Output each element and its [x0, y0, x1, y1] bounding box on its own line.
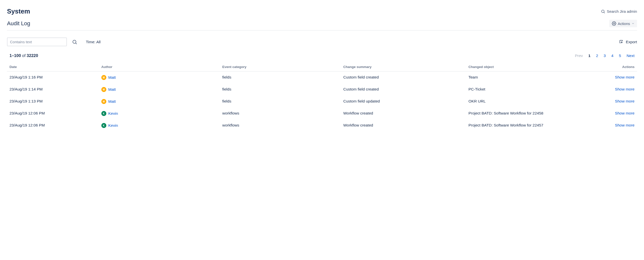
gear-icon	[612, 21, 616, 26]
export-icon	[619, 40, 624, 44]
cell-author: KKevin	[99, 119, 220, 132]
cell-date: 23/Aug/19 1:13 PM	[7, 95, 99, 107]
pager-page-4[interactable]: 4	[611, 54, 614, 58]
avatar: K	[101, 111, 106, 116]
audit-log-table: Date Author Event category Change summar…	[7, 63, 637, 132]
time-filter[interactable]: Time: All	[82, 40, 100, 44]
cell-date: 23/Aug/19 12:06 PM	[7, 119, 99, 132]
cell-category: fields	[220, 83, 341, 95]
table-row: 23/Aug/19 12:06 PMKKevinworkflowsWorkflo…	[7, 107, 637, 119]
cell-summary: Custom field created	[341, 83, 466, 95]
search-icon	[72, 39, 78, 45]
pager-page-2[interactable]: 2	[596, 54, 598, 58]
author-link[interactable]: Kevin	[108, 111, 118, 116]
cell-summary: Workflow created	[341, 119, 466, 132]
results-range: 1–100	[10, 53, 21, 58]
cell-category: workflows	[220, 119, 341, 132]
cell-actions: Show more	[587, 107, 637, 119]
author-link[interactable]: Kevin	[108, 123, 118, 128]
col-category: Event category	[220, 63, 341, 71]
cell-summary: Workflow created	[341, 107, 466, 119]
cell-summary: Custom field updated	[341, 95, 466, 107]
cell-date: 23/Aug/19 1:16 PM	[7, 71, 99, 84]
avatar: M	[101, 87, 106, 92]
col-summary: Change summary	[341, 63, 466, 71]
cell-actions: Show more	[587, 119, 637, 132]
table-row: 23/Aug/19 1:16 PMMMattfieldsCustom field…	[7, 71, 637, 84]
cell-object: Team	[466, 71, 587, 84]
cell-object: Project BATD: Software Workflow for 2245…	[466, 107, 587, 119]
pager-next[interactable]: Next	[626, 54, 634, 58]
col-date: Date	[7, 63, 99, 71]
show-more-link[interactable]: Show more	[615, 123, 634, 127]
actions-dropdown[interactable]: Actions	[609, 20, 637, 27]
export-button[interactable]: Export	[619, 40, 637, 44]
pager-page-3[interactable]: 3	[604, 54, 606, 58]
results-total: 32220	[27, 53, 38, 58]
avatar: M	[101, 75, 106, 80]
export-label: Export	[626, 40, 637, 44]
svg-point-2	[614, 23, 615, 24]
cell-summary: Custom field created	[341, 71, 466, 84]
cell-object: Project BATD: Software Workflow for 2245…	[466, 119, 587, 132]
svg-point-0	[602, 10, 604, 13]
show-more-link[interactable]: Show more	[615, 87, 634, 91]
cell-actions: Show more	[587, 83, 637, 95]
pager-prev: Prev	[575, 54, 583, 58]
results-of: of	[22, 53, 26, 58]
show-more-link[interactable]: Show more	[615, 111, 634, 115]
svg-line-4	[76, 43, 77, 44]
show-more-link[interactable]: Show more	[615, 99, 634, 103]
cell-object: OKR URL	[466, 95, 587, 107]
cell-object: PC-Ticket	[466, 83, 587, 95]
svg-line-1	[604, 12, 605, 13]
cell-actions: Show more	[587, 71, 637, 84]
avatar: M	[101, 99, 106, 104]
cell-category: fields	[220, 71, 341, 84]
cell-author: MMatt	[99, 95, 220, 107]
cell-author: MMatt	[99, 83, 220, 95]
col-author: Author	[99, 63, 220, 71]
cell-category: workflows	[220, 107, 341, 119]
pager-page-1: 1	[588, 54, 590, 58]
cell-actions: Show more	[587, 95, 637, 107]
col-actions: Actions	[587, 63, 637, 71]
col-object: Changed object	[466, 63, 587, 71]
chevron-down-icon	[632, 22, 634, 25]
search-button[interactable]	[72, 39, 78, 45]
show-more-link[interactable]: Show more	[615, 75, 634, 79]
author-link[interactable]: Matt	[108, 87, 116, 92]
pagination: Prev 12345Next	[575, 54, 634, 58]
search-admin-label: Search Jira admin	[607, 9, 637, 14]
contains-text-input[interactable]	[7, 38, 67, 46]
cell-author: KKevin	[99, 107, 220, 119]
page-title: System	[7, 8, 30, 15]
svg-point-3	[73, 40, 76, 43]
pager-page-5[interactable]: 5	[619, 54, 621, 58]
author-link[interactable]: Matt	[108, 99, 116, 104]
results-count: 1–100 of 32220	[10, 53, 38, 58]
table-row: 23/Aug/19 12:06 PMKKevinworkflowsWorkflo…	[7, 119, 637, 132]
cell-date: 23/Aug/19 12:06 PM	[7, 107, 99, 119]
avatar: K	[101, 123, 106, 128]
section-title: Audit Log	[7, 20, 30, 27]
table-row: 23/Aug/19 1:14 PMMMattfieldsCustom field…	[7, 83, 637, 95]
search-icon	[601, 9, 605, 14]
table-row: 23/Aug/19 1:13 PMMMattfieldsCustom field…	[7, 95, 637, 107]
actions-label: Actions	[618, 22, 630, 26]
author-link[interactable]: Matt	[108, 75, 116, 80]
cell-date: 23/Aug/19 1:14 PM	[7, 83, 99, 95]
cell-category: fields	[220, 95, 341, 107]
search-jira-admin[interactable]: Search Jira admin	[601, 9, 637, 14]
cell-author: MMatt	[99, 71, 220, 84]
